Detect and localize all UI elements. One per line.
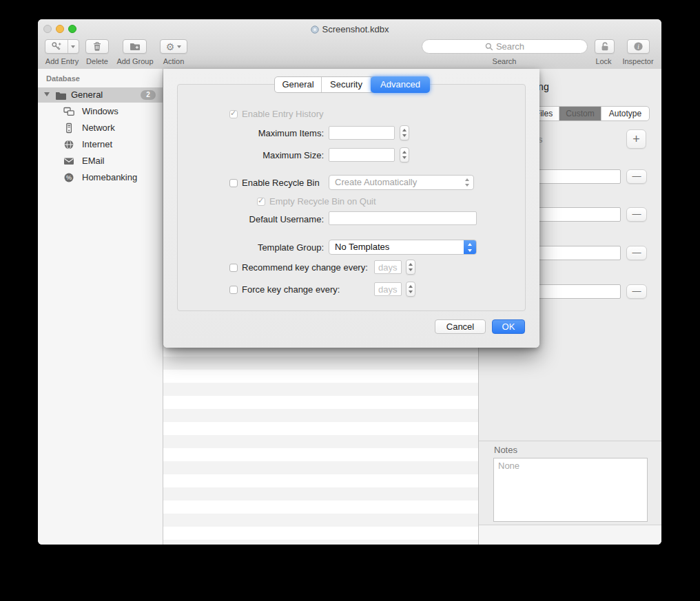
- checkbox-label: Empty Recycle Bin on Quit: [269, 196, 376, 207]
- add-entry-label: Add Entry: [42, 57, 82, 65]
- template-group-label: Template Group:: [177, 242, 324, 253]
- search-placeholder: Search: [496, 40, 524, 53]
- force-key-change-row: Force key change every:: [229, 284, 340, 295]
- tab-advanced[interactable]: Advanced: [371, 76, 430, 93]
- sidebar: Database General 2 Windows Network: [38, 69, 163, 545]
- settings-tabs: General Security Advanced: [274, 76, 430, 93]
- svg-text:%: %: [66, 174, 72, 181]
- search-input[interactable]: Search: [422, 39, 588, 54]
- globe-icon: [63, 139, 74, 153]
- enable-recycle-bin-checkbox[interactable]: [229, 179, 238, 187]
- chevron-down-icon: [71, 45, 75, 48]
- add-entry-dropdown[interactable]: [68, 40, 79, 53]
- enable-recycle-bin-row: Enable Recycle Bin: [229, 178, 320, 188]
- search-icon: [485, 43, 493, 51]
- sidebar-item-email[interactable]: EMail: [38, 153, 163, 169]
- app-window: Screenshot.kdbx Add Entry Delete: [38, 19, 661, 545]
- enable-entry-history-row: Enable Entry History: [229, 109, 324, 119]
- envelope-icon: [63, 156, 74, 169]
- tab-custom[interactable]: Custom: [559, 107, 601, 120]
- key-plus-icon: [45, 40, 68, 53]
- tab-autotype[interactable]: Autotype: [601, 107, 649, 120]
- empty-recycle-bin-checkbox: [257, 198, 265, 206]
- checkbox-label: Recommend key change every:: [242, 262, 368, 273]
- tab-security[interactable]: Security: [322, 77, 371, 92]
- sidebar-item-internet[interactable]: Internet: [38, 136, 163, 153]
- recommend-days-input[interactable]: [374, 260, 402, 274]
- sidebar-item-general[interactable]: General 2: [38, 87, 163, 103]
- recommend-days-stepper[interactable]: [406, 260, 415, 275]
- checkbox-label: Force key change every:: [242, 284, 340, 295]
- force-key-change-checkbox[interactable]: [229, 286, 238, 294]
- svg-text:i: i: [637, 43, 639, 50]
- divider: [479, 441, 661, 441]
- add-custom-field-button[interactable]: +: [626, 129, 646, 149]
- recycle-bin-mode-popup: Create Automatically: [329, 175, 474, 190]
- recommend-key-change-row: Recommend key change every:: [229, 262, 368, 273]
- remove-custom-field-button[interactable]: —: [626, 207, 647, 222]
- add-group-button[interactable]: [123, 39, 147, 54]
- maximum-size-input[interactable]: [329, 148, 395, 162]
- maximum-size-label: Maximum Size:: [177, 150, 324, 160]
- percent-icon: %: [63, 172, 74, 186]
- remove-custom-field-button[interactable]: —: [626, 169, 647, 184]
- popup-value: No Templates: [335, 242, 389, 252]
- windows-network-icon: [63, 106, 74, 120]
- document-icon: [311, 25, 319, 36]
- window-title-row: Screenshot.kdbx: [38, 24, 661, 36]
- inspector-button[interactable]: i: [627, 39, 650, 54]
- maximum-size-stepper[interactable]: [400, 147, 409, 162]
- inspector-label: Inspector: [617, 57, 659, 65]
- tab-general[interactable]: General: [275, 77, 322, 92]
- force-days-input[interactable]: [374, 282, 402, 296]
- popup-chevrons-icon: [464, 176, 470, 189]
- titlebar-toolbar[interactable]: Screenshot.kdbx Add Entry Delete: [38, 19, 661, 70]
- folder-plus-icon: [123, 40, 146, 53]
- folder-icon: [55, 90, 66, 103]
- action-label: Action: [155, 57, 192, 65]
- sidebar-item-label: Internet: [82, 136, 112, 153]
- lock-button[interactable]: [595, 39, 615, 54]
- sidebar-section-header: Database: [46, 74, 80, 83]
- notes-textarea[interactable]: [493, 458, 648, 522]
- sidebar-item-windows[interactable]: Windows: [38, 103, 163, 120]
- window-title: Screenshot.kdbx: [322, 24, 389, 34]
- sidebar-item-label: EMail: [82, 153, 105, 169]
- sidebar-item-homebanking[interactable]: % Homebanking: [38, 169, 163, 186]
- remove-custom-field-button[interactable]: —: [626, 246, 647, 260]
- ok-button[interactable]: OK: [492, 319, 525, 334]
- empty-recycle-bin-row: Empty Recycle Bin on Quit: [257, 196, 376, 207]
- inspector-footer: [479, 525, 661, 545]
- delete-label: Delete: [81, 57, 114, 65]
- popup-chevrons-icon: [464, 240, 476, 254]
- disclosure-triangle-icon[interactable]: [44, 92, 50, 96]
- checkbox-label: Enable Recycle Bin: [242, 178, 320, 188]
- sidebar-item-label: Homebanking: [82, 169, 137, 186]
- search-caption: Search: [477, 57, 532, 65]
- remove-custom-field-button[interactable]: —: [626, 284, 647, 299]
- server-icon: [63, 123, 74, 136]
- cancel-button[interactable]: Cancel: [435, 319, 486, 334]
- maximum-items-input[interactable]: [329, 126, 395, 140]
- lock-icon: [595, 40, 614, 53]
- sidebar-item-label: Network: [82, 120, 115, 136]
- enable-entry-history-checkbox: [229, 110, 238, 118]
- checkbox-label: Enable Entry History: [242, 109, 324, 119]
- sidebar-item-network[interactable]: Network: [38, 120, 163, 136]
- add-entry-button[interactable]: [45, 39, 79, 54]
- database-settings-dialog: General Security Advanced Enable Entry H…: [163, 69, 539, 348]
- maximum-items-label: Maximum Items:: [177, 128, 324, 138]
- gear-icon: ⚙: [161, 40, 187, 53]
- item-count-badge: 2: [141, 90, 156, 100]
- template-group-popup[interactable]: No Templates: [329, 240, 477, 255]
- recommend-key-change-checkbox[interactable]: [229, 264, 238, 272]
- info-icon: i: [628, 40, 649, 53]
- popup-value: Create Automatically: [335, 177, 417, 187]
- delete-button[interactable]: [85, 39, 109, 54]
- default-username-input[interactable]: [329, 211, 477, 225]
- sidebar-item-label: Windows: [82, 103, 119, 120]
- maximum-items-stepper[interactable]: [400, 125, 409, 140]
- force-days-stepper[interactable]: [406, 282, 415, 297]
- action-button[interactable]: ⚙: [160, 39, 187, 54]
- default-username-label: Default Username:: [177, 214, 324, 224]
